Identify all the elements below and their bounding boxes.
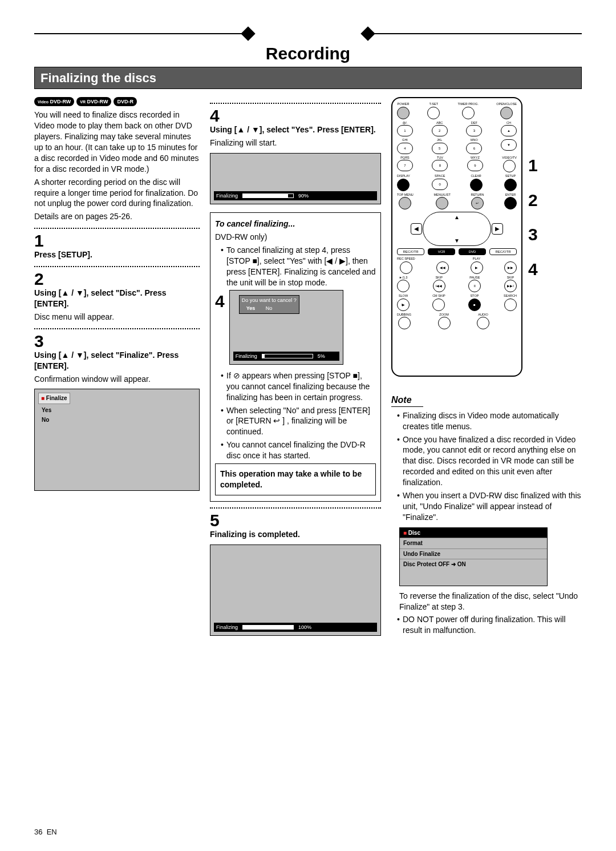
duration-warning: This operation may take a while to be co…: [215, 463, 376, 495]
num-6-button[interactable]: 6: [466, 143, 482, 154]
step-instruction: Finalizing is completed.: [210, 529, 381, 540]
eject-button[interactable]: [500, 107, 513, 119]
cancel-heading: To cancel finalizing...: [215, 219, 376, 229]
ornament-icon: [360, 26, 375, 41]
num-9-button[interactable]: 9: [467, 160, 483, 171]
menu-item-disc-protect: Disc Protect OFF ➜ ON: [400, 559, 547, 570]
rew-button[interactable]: ◀◀: [436, 261, 449, 274]
note-section: Note Finalizing discs in Video mode auto…: [391, 394, 582, 636]
btn-label: SETUP: [505, 175, 516, 178]
step-number: 5: [210, 512, 381, 529]
osd-status-label: Finalizing: [216, 624, 238, 631]
osd-cancel-dialog: Do you want to cancel ? Yes No Finalizin…: [229, 290, 343, 364]
slow-button[interactable]: I▶: [397, 299, 410, 311]
play13-button[interactable]: [397, 280, 410, 292]
callout-number: 1: [528, 154, 538, 178]
step-1: 1 Press [SETUP].: [34, 232, 200, 260]
osd-finalize-confirm: ■ Finalize Yes No: [34, 389, 200, 491]
num-4-button[interactable]: 4: [397, 143, 413, 154]
menu-list-button[interactable]: [436, 197, 448, 209]
videotv-button[interactable]: [503, 160, 516, 172]
enter-button[interactable]: [504, 197, 517, 209]
badge-dvdrw-vr: VR DVD-RW: [76, 97, 111, 106]
cancel-note: You cannot cancel finalizing the DVD-R d…: [221, 439, 376, 461]
num-7-button[interactable]: 7: [397, 160, 413, 171]
timer-button[interactable]: [462, 107, 475, 119]
btn-label: JKL: [437, 139, 442, 142]
ch-up-button[interactable]: ▲: [501, 125, 517, 136]
btn-label: OPEN/CLOSE: [496, 103, 517, 106]
stop-button[interactable]: ■: [468, 299, 481, 311]
section-header: Recording Finalizing the discs: [34, 29, 582, 89]
num-2-button[interactable]: 2: [432, 125, 448, 136]
dubbing-button[interactable]: [398, 317, 411, 329]
setup-button[interactable]: [504, 179, 517, 191]
num-1-button[interactable]: 1: [397, 125, 413, 136]
rec-otr-button[interactable]: REC/OTR: [397, 248, 424, 255]
progress-bar: [242, 625, 294, 630]
btn-label: POWER: [398, 103, 410, 106]
step-result: Confirmation window will appear.: [34, 374, 200, 385]
power-button[interactable]: [397, 107, 410, 119]
remote-area: POWER T-SET TIMER PROG. OPEN/CLOSE @/.1 …: [391, 97, 582, 377]
column-1: Video DVD-RW VR DVD-RW DVD-R You will ne…: [34, 97, 200, 638]
arrow-left-button[interactable]: ◀: [411, 223, 422, 235]
pause-button[interactable]: II: [468, 280, 481, 292]
num-0-button[interactable]: 0: [432, 179, 448, 190]
btn-label: SPACE: [435, 175, 445, 178]
osd-option-yes: Yes: [38, 404, 196, 417]
num-8-button[interactable]: 8: [432, 160, 448, 171]
tset-button[interactable]: [427, 107, 440, 119]
num-3-button[interactable]: 3: [466, 125, 482, 136]
btn-label: SKIP: [435, 276, 443, 280]
top-menu-button[interactable]: [399, 197, 411, 209]
cancel-step-number: 4: [215, 290, 225, 313]
content-columns: Video DVD-RW VR DVD-RW DVD-R You will ne…: [34, 97, 582, 638]
ff-button[interactable]: ▶▶: [504, 261, 517, 274]
arrow-right-button[interactable]: ▶: [492, 223, 503, 235]
callout-number: 2: [528, 189, 538, 212]
arrow-down-button[interactable]: ▼: [454, 237, 460, 245]
btn-label: T-SET: [429, 103, 438, 106]
audio-button[interactable]: [477, 317, 489, 329]
osd-percent: 100%: [298, 624, 311, 631]
zoom-button[interactable]: [438, 317, 451, 329]
btn-label: PQRS: [400, 156, 410, 160]
clear-button[interactable]: [470, 179, 483, 191]
step-2: 2 Using [▲ / ▼], select "Disc". Press [E…: [34, 271, 200, 322]
search-button[interactable]: [504, 299, 517, 311]
return-button[interactable]: ↩: [471, 197, 484, 209]
num-5-button[interactable]: 5: [432, 143, 448, 154]
step-number: 3: [34, 333, 200, 350]
arrow-up-button[interactable]: ▲: [454, 213, 460, 221]
remote-control: POWER T-SET TIMER PROG. OPEN/CLOSE @/.1 …: [391, 97, 522, 377]
btn-label: SKIP: [507, 276, 514, 280]
cmskip-button[interactable]: [432, 299, 445, 311]
dvd-button[interactable]: DVD: [459, 248, 486, 255]
ch-down-button[interactable]: ▼: [501, 139, 517, 151]
step-number: 2: [34, 271, 200, 288]
display-button[interactable]: [397, 179, 410, 191]
step-number: 4: [210, 107, 381, 124]
play-button[interactable]: ▶: [471, 261, 483, 274]
btn-label: ABC: [436, 122, 443, 125]
page-subtitle: Finalizing the discs: [34, 67, 582, 90]
skip-next-button[interactable]: ▶▶I: [504, 280, 517, 292]
btn-label: VIDEO/TV: [502, 156, 517, 160]
rec-otr-button-2[interactable]: REC/OTR: [489, 248, 517, 255]
btn-label: SEARCH: [504, 295, 517, 298]
skip-prev-button[interactable]: I◀◀: [433, 280, 445, 292]
osd-cancel-no: No: [261, 304, 277, 312]
step-number: 1: [34, 232, 200, 249]
osd-option-no: No: [38, 416, 196, 424]
vcr-button[interactable]: VCR: [428, 248, 455, 255]
btn-label: CH: [506, 122, 511, 125]
step-5: 5 Finalizing is completed.: [210, 512, 381, 540]
osd-title: Disc: [408, 530, 420, 536]
btn-label: AUDIO: [478, 313, 488, 317]
note-text: To reverse the finalization of the disc,…: [391, 591, 582, 612]
osd-status-label: Finalizing: [216, 192, 238, 199]
recspeed-button[interactable]: [400, 261, 412, 274]
btn-label: PLAY: [473, 257, 481, 261]
divider: [210, 103, 381, 104]
